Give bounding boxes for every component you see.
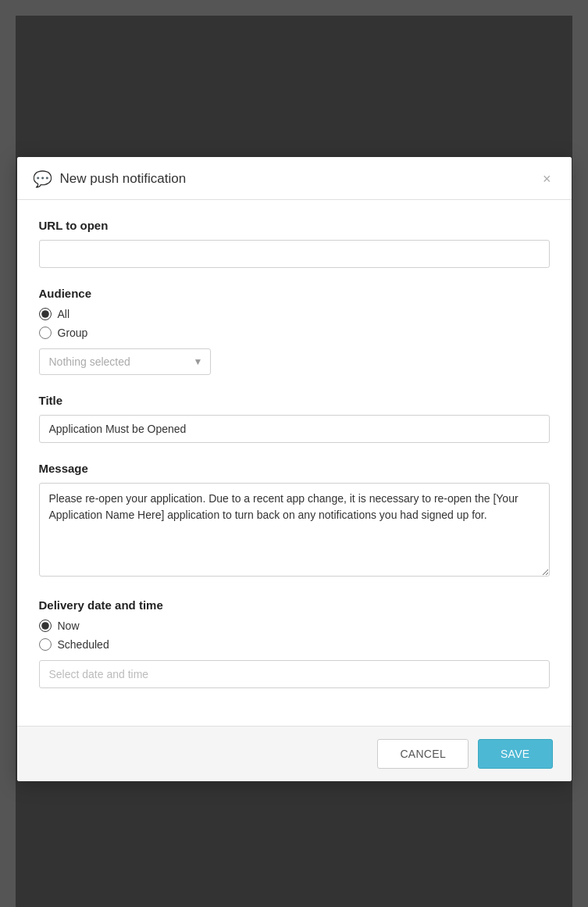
message-section: Message Please re-open your application.… [39,462,550,580]
radio-all-label: All [58,308,70,320]
group-select-wrapper: Nothing selected ▼ [39,348,211,375]
url-input[interactable] [39,240,550,268]
audience-radio-group-item[interactable]: Group [39,327,550,339]
save-button[interactable]: SAVE [478,739,553,769]
audience-section: Audience All Group Nothing selected [39,287,550,375]
delivery-radio-scheduled[interactable]: Scheduled [39,638,550,651]
title-input[interactable] [39,415,550,443]
modal-dialog: 💬 New push notification × URL to open Au… [17,157,572,781]
delivery-radio-now[interactable]: Now [39,620,550,632]
audience-radio-all[interactable]: All [39,308,550,320]
url-section: URL to open [39,219,550,268]
delivery-label: Delivery date and time [39,598,550,612]
audience-label: Audience [39,287,550,300]
radio-group-input[interactable] [39,327,52,339]
date-input[interactable] [39,660,550,688]
radio-group-label: Group [58,327,88,339]
message-label: Message [39,462,550,475]
audience-radio-group: All Group [39,308,550,339]
title-label: Title [39,394,550,407]
cancel-button[interactable]: CANCEL [377,739,469,769]
radio-all-input[interactable] [39,308,52,320]
radio-scheduled-label: Scheduled [58,638,109,651]
modal-header-left: 💬 New push notification [33,170,187,188]
url-label: URL to open [39,219,550,232]
radio-now-input[interactable] [39,620,52,632]
message-textarea[interactable]: Please re-open your application. Due to … [39,483,550,577]
close-button[interactable]: × [538,170,556,187]
group-select[interactable]: Nothing selected [39,348,211,375]
modal-title: New push notification [60,171,187,187]
radio-now-label: Now [58,620,80,632]
notification-icon: 💬 [33,170,52,188]
radio-scheduled-input[interactable] [39,638,52,651]
title-section: Title [39,394,550,443]
delivery-section: Delivery date and time Now Scheduled [39,598,550,688]
modal-body: URL to open Audience All Group [17,200,572,726]
modal-header: 💬 New push notification × [17,157,572,200]
delivery-radio-group: Now Scheduled [39,620,550,651]
modal-overlay: 💬 New push notification × URL to open Au… [16,16,572,907]
modal-footer: CANCEL SAVE [17,726,572,781]
